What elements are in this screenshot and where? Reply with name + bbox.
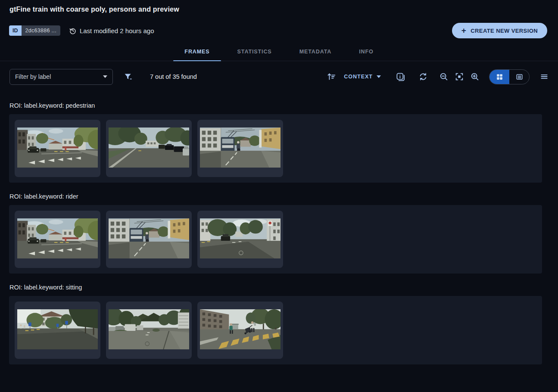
section-title: ROI: label.keyword: sitting [9,284,549,291]
chevron-down-icon [377,75,381,78]
dataset-version-page: gtFine train with coarse poly, persons a… [0,0,558,392]
frame-card[interactable] [15,302,100,359]
frames-toolbar: Filter by label 7 out of 35 found CONTEX… [0,62,558,92]
id-badge-label: ID [9,25,22,36]
create-new-version-label: CREATE NEW VERSION [471,28,538,34]
view-mode-toggle [489,69,530,84]
context-label: CONTEXT [344,74,373,80]
meta-row: ID 2dc63886 ... Last modified 2 hours ag… [9,25,154,36]
roi-section: ROI: label.keyword: pedestrian [0,102,558,183]
zoom-in-icon[interactable] [470,72,480,81]
frame-thumbnail-shaded-intersection [17,309,98,349]
last-modified-text: Last modified 2 hours ago [80,27,154,34]
menu-icon[interactable] [540,72,549,81]
frame-card[interactable] [106,120,192,177]
id-badge-value: 2dc63886 ... [22,25,60,36]
refresh-icon[interactable] [418,72,428,81]
fit-to-screen-icon[interactable] [455,72,464,81]
tab-info[interactable]: INFO [348,42,384,61]
frame-thumbnail-trolleybus-street [200,128,281,168]
frame-thumbnail-valley-road [109,309,189,349]
frames-panel [9,205,542,274]
tab-metadata[interactable]: METADATA [288,42,343,61]
result-count: 7 out of 35 found [150,73,197,80]
plus-icon: + [461,26,467,34]
section-title: ROI: label.keyword: pedestrian [9,102,549,109]
sort-ascending-icon[interactable] [327,72,336,81]
roi-section: ROI: label.keyword: sitting [0,284,558,364]
frame-thumbnail-tree-lined-street-car [200,218,281,258]
frame-thumbnail-trolleybus-street [109,218,189,258]
context-dropdown[interactable]: CONTEXT [344,74,381,80]
filter-by-label-select[interactable]: Filter by label [9,69,113,85]
frame-card[interactable] [197,302,283,359]
tab-statistics[interactable]: STATISTICS [226,42,283,61]
frame-thumbnail-crosswalk-willow-street [17,218,98,258]
frame-card[interactable] [15,120,100,177]
grid-view-icon [496,73,503,81]
dataset-id-badge[interactable]: ID 2dc63886 ... [9,25,60,36]
zoom-out-icon[interactable] [439,72,449,81]
frame-card[interactable] [197,120,283,177]
chevron-down-icon [103,75,107,78]
section-title: ROI: label.keyword: rider [9,193,549,200]
frame-card[interactable] [197,211,283,268]
frame-thumbnail-yellow-crosswalk-pedestrians [200,309,281,349]
frames-panel [9,114,542,183]
filter-funnel-icon[interactable] [124,72,133,81]
frame-card[interactable] [15,211,100,268]
frames-panel [9,296,542,364]
create-new-version-button[interactable]: + CREATE NEW VERSION [452,23,547,38]
history-icon [69,27,77,34]
frame-card[interactable] [106,302,192,359]
tab-frames[interactable]: FRAMES [173,42,221,61]
frame-thumbnail-crosswalk-willow-street [17,128,98,168]
info-panel-icon[interactable] [396,72,405,82]
roi-section: ROI: label.keyword: rider [0,193,558,274]
roi-sections: ROI: label.keyword: pedestrian ROI: labe… [0,92,558,365]
list-view-icon [515,73,524,81]
filter-select-placeholder: Filter by label [15,73,100,80]
last-modified: Last modified 2 hours ago [69,27,154,34]
frame-card[interactable] [106,211,192,268]
toolbar-right: CONTEXT [327,69,549,84]
list-view-button[interactable] [509,70,529,84]
grid-view-button[interactable] [489,70,509,84]
tab-bar: FRAMES STATISTICS METADATA INFO [0,42,558,61]
page-title: gtFine train with coarse poly, persons a… [9,6,179,13]
frame-thumbnail-open-road-parked-cars [109,128,189,168]
